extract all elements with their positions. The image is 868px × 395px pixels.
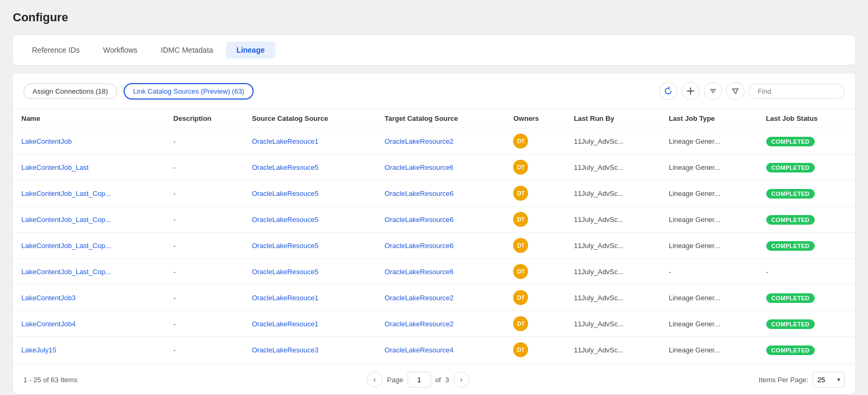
cell-source[interactable]: OracleLakeResouce5	[244, 180, 376, 207]
cell-source[interactable]: OracleLakeResouce1	[244, 311, 376, 337]
col-last-job-type: Last Job Type	[660, 109, 757, 128]
cell-last-job-type: Lineage Gener...	[660, 180, 757, 207]
main-card: Assign Connections (18) Link Catalog Sou…	[13, 73, 855, 394]
cell-last-job-type: Lineage Gener...	[660, 233, 757, 259]
tab-reference-ids[interactable]: Reference IDs	[21, 42, 90, 59]
cell-source[interactable]: OracleLakeResouce5	[244, 233, 376, 259]
search-input[interactable]	[749, 84, 845, 99]
status-badge: COMPLETED	[766, 163, 815, 172]
col-target: Target Catalog Source	[376, 109, 505, 128]
cell-last-job-status: COMPLETED	[758, 337, 855, 363]
cell-target[interactable]: OracleLakeResource6	[376, 233, 505, 259]
cell-name[interactable]: LakeContentJob_Last_Cop...	[13, 207, 165, 233]
cell-target[interactable]: OracleLakeResource2	[376, 128, 505, 154]
cell-owners: DT	[505, 259, 565, 285]
status-badge: COMPLETED	[766, 345, 815, 355]
cell-source[interactable]: OracleLakeResouce1	[244, 128, 376, 154]
cell-target[interactable]: OracleLakeResource2	[376, 311, 505, 337]
cell-target[interactable]: OracleLakeResource6	[376, 259, 505, 285]
cell-name[interactable]: LakeContentJob_Last_Cop...	[13, 180, 165, 207]
cell-name[interactable]: LakeContentJob3	[13, 285, 165, 311]
cell-last-run-by: 11July_AdvSc...	[565, 337, 660, 363]
cell-source[interactable]: OracleLakeResouce5	[244, 154, 376, 180]
job-name-link[interactable]: LakeContentJob	[21, 137, 72, 145]
cell-description: -	[165, 128, 243, 154]
cell-name[interactable]: LakeContentJob_Last_Cop...	[13, 233, 165, 259]
items-per-page-select[interactable]: 25 50 100	[813, 372, 845, 388]
refresh-button[interactable]	[659, 82, 677, 100]
table-row: LakeContentJob_Last_Cop... - OracleLakeR…	[13, 259, 855, 285]
cell-target[interactable]: OracleLakeResource2	[376, 285, 505, 311]
job-name-link[interactable]: LakeContentJob_Last_Cop...	[21, 268, 111, 276]
prev-page-button[interactable]: ‹	[367, 372, 383, 388]
pagination-summary: 1 - 25 of 63 Items	[23, 376, 77, 384]
cell-owners: DT	[505, 311, 565, 337]
cell-last-run-by: 11July_AdvSc...	[565, 207, 660, 233]
owner-avatar: DT	[513, 342, 528, 357]
cell-last-job-type: Lineage Gener...	[660, 128, 757, 154]
cell-name[interactable]: LakeContentJob_Last	[13, 154, 165, 180]
cell-target[interactable]: OracleLakeResource6	[376, 207, 505, 233]
link-catalog-sources-button[interactable]: Link Catalog Sources (Preview) (63)	[124, 83, 254, 100]
table-row: LakeContentJob - OracleLakeResouce1 Orac…	[13, 128, 855, 154]
cell-description: -	[165, 337, 243, 363]
job-name-link[interactable]: LakeContentJob4	[21, 320, 76, 328]
cell-last-job-type: Lineage Gener...	[660, 207, 757, 233]
tab-workflows[interactable]: Workflows	[92, 42, 148, 59]
cell-target[interactable]: OracleLakeResource6	[376, 180, 505, 207]
cell-target[interactable]: OracleLakeResource6	[376, 154, 505, 180]
cell-name[interactable]: LakeJuly15	[13, 337, 165, 363]
sort-button[interactable]	[704, 82, 722, 100]
col-last-run-by: Last Run By	[565, 109, 660, 128]
table-row: LakeContentJob_Last_Cop... - OracleLakeR…	[13, 180, 855, 207]
tab-idmc-metadata[interactable]: IDMC Metadata	[150, 42, 224, 59]
page-number-input[interactable]	[408, 372, 431, 388]
cell-description: -	[165, 233, 243, 259]
add-button[interactable]	[682, 82, 700, 100]
cell-last-job-type: Lineage Gener...	[660, 337, 757, 363]
toolbar: Assign Connections (18) Link Catalog Sou…	[13, 73, 855, 109]
job-name-link[interactable]: LakeContentJob_Last_Cop...	[21, 242, 111, 250]
cell-owners: DT	[505, 207, 565, 233]
cell-owners: DT	[505, 233, 565, 259]
job-name-link[interactable]: LakeContentJob3	[21, 294, 76, 302]
of-label: of	[435, 376, 441, 384]
col-last-job-status: Last Job Status	[758, 109, 855, 128]
cell-source[interactable]: OracleLakeResouce5	[244, 207, 376, 233]
cell-last-job-status: COMPLETED	[758, 285, 855, 311]
status-badge: COMPLETED	[766, 137, 815, 146]
cell-last-job-status: COMPLETED	[758, 180, 855, 207]
page-wrapper: Configure Reference IDs Workflows IDMC M…	[0, 0, 868, 395]
job-name-link[interactable]: LakeJuly15	[21, 346, 56, 354]
filter-button[interactable]	[726, 82, 744, 100]
main-table: Name Description Source Catalog Source T…	[13, 109, 855, 365]
job-name-link[interactable]: LakeContentJob_Last_Cop...	[21, 216, 111, 224]
status-badge: COMPLETED	[766, 189, 815, 199]
cell-last-run-by: 11July_AdvSc...	[565, 233, 660, 259]
cell-last-job-type: Lineage Gener...	[660, 154, 757, 180]
owner-avatar: DT	[513, 290, 528, 305]
tab-lineage[interactable]: Lineage	[226, 42, 275, 59]
owner-avatar: DT	[513, 134, 528, 149]
cell-name[interactable]: LakeContentJob_Last_Cop...	[13, 259, 165, 285]
cell-owners: DT	[505, 180, 565, 207]
col-description: Description	[165, 109, 243, 128]
cell-source[interactable]: OracleLakeResouce5	[244, 259, 376, 285]
job-name-link[interactable]: LakeContentJob_Last	[21, 163, 88, 171]
next-page-button[interactable]: ›	[453, 372, 469, 388]
tabs-container: Reference IDs Workflows IDMC Metadata Li…	[13, 35, 855, 65]
cell-last-job-type: -	[660, 259, 757, 285]
items-per-page: Items Per Page: 25 50 100	[759, 372, 845, 388]
cell-source[interactable]: OracleLakeResouce1	[244, 285, 376, 311]
job-name-link[interactable]: LakeContentJob_Last_Cop...	[21, 190, 111, 198]
pagination-bar: 1 - 25 of 63 Items ‹ Page of 3 › Items P…	[13, 365, 855, 394]
cell-last-run-by: 11July_AdvSc...	[565, 180, 660, 207]
cell-source[interactable]: OracleLakeResouce3	[244, 337, 376, 363]
page-title: Configure	[13, 11, 855, 24]
cell-target[interactable]: OracleLakeResource4	[376, 337, 505, 363]
cell-name[interactable]: LakeContentJob4	[13, 311, 165, 337]
cell-last-run-by: 11July_AdvSc...	[565, 259, 660, 285]
status-badge: COMPLETED	[766, 241, 815, 251]
assign-connections-button[interactable]: Assign Connections (18)	[23, 84, 117, 99]
cell-name[interactable]: LakeContentJob	[13, 128, 165, 154]
